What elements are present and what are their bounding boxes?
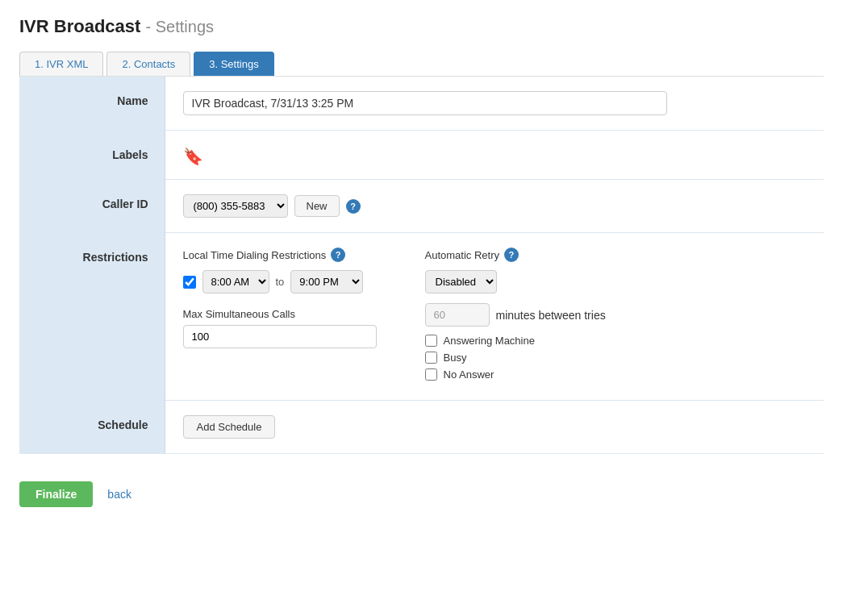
caller-id-help-icon[interactable]: ? [346,199,361,214]
page-title: IVR Broadcast - Settings [19,16,824,37]
busy-label: Busy [444,352,467,364]
no-answer-row: No Answer [425,368,606,381]
new-caller-id-button[interactable]: New [294,195,340,217]
name-label: Name [19,77,165,131]
tab-settings[interactable]: 3. Settings [194,52,273,76]
name-input[interactable] [183,91,667,115]
local-time-label: Local Time Dialing Restrictions ? [183,248,377,262]
tab-ivr-xml[interactable]: 1. IVR XML [19,52,103,76]
start-time-select[interactable]: 8:00 AM 9:00 AM [202,270,269,293]
restrictions-content: Local Time Dialing Restrictions ? 8:00 A… [183,248,807,385]
restrictions-left: Local Time Dialing Restrictions ? 8:00 A… [183,248,377,385]
page-wrapper: IVR Broadcast - Settings 1. IVR XML 2. C… [0,0,843,616]
schedule-input-cell: Add Schedule [165,401,824,454]
finalize-button[interactable]: Finalize [19,481,93,507]
caller-id-select[interactable]: (800) 355-5883 [183,194,288,218]
settings-form: Name Labels 🔖 Caller ID (800) 355-5883 N… [19,77,824,454]
title-main: IVR Broadcast [19,16,140,36]
restrictions-input-cell: Local Time Dialing Restrictions ? 8:00 A… [165,233,824,401]
local-time-checkbox[interactable] [183,276,196,289]
caller-id-label: Caller ID [19,180,165,233]
back-link[interactable]: back [107,488,131,501]
answering-machine-checkbox[interactable] [425,335,437,347]
time-range-row: 8:00 AM 9:00 AM to 9:00 PM 10:00 PM [183,270,377,293]
caller-id-row: Caller ID (800) 355-5883 New ? [19,180,824,233]
minutes-suffix: minutes between tries [496,309,606,322]
title-subtitle: - Settings [146,18,214,35]
caller-id-controls: (800) 355-5883 New ? [183,194,807,218]
schedule-row: Schedule Add Schedule [19,401,824,454]
add-schedule-button[interactable]: Add Schedule [183,415,276,439]
local-time-text: Local Time Dialing Restrictions [183,249,327,261]
tag-icon[interactable]: 🔖 [183,147,199,163]
restrictions-label: Restrictions [19,233,165,401]
auto-retry-label: Automatic Retry ? [425,248,606,262]
auto-retry-select[interactable]: Disabled Enabled [425,270,497,293]
local-time-help-icon[interactable]: ? [331,248,345,262]
name-row: Name [19,77,824,131]
busy-row: Busy [425,352,606,364]
restrictions-row: Restrictions Local Time Dialing Restrict… [19,233,824,401]
tabs-nav: 1. IVR XML 2. Contacts 3. Settings [19,52,824,77]
auto-retry-help-icon[interactable]: ? [504,248,519,262]
schedule-label: Schedule [19,401,165,454]
caller-id-input-cell: (800) 355-5883 New ? [165,180,824,233]
labels-row: Labels 🔖 [19,131,824,180]
name-input-cell [165,77,824,131]
restrictions-right: Automatic Retry ? Disabled Enabled minut… [425,248,606,385]
minutes-between-row: minutes between tries [425,303,606,327]
labels-label: Labels [19,131,165,180]
auto-retry-text: Automatic Retry [425,249,499,261]
end-time-select[interactable]: 9:00 PM 10:00 PM [290,270,363,293]
answering-machine-row: Answering Machine [425,335,606,347]
tab-contacts[interactable]: 2. Contacts [106,52,190,76]
max-calls-input[interactable] [183,325,377,348]
to-label: to [276,276,285,288]
no-answer-label: No Answer [444,368,495,381]
answering-machine-label: Answering Machine [444,335,535,347]
max-calls-label: Max Simultaneous Calls [183,308,377,320]
no-answer-checkbox[interactable] [425,368,437,381]
busy-checkbox[interactable] [425,352,437,364]
labels-input-cell: 🔖 [165,131,824,180]
footer-bar: Finalize back [19,473,824,507]
minutes-input[interactable] [425,303,490,327]
